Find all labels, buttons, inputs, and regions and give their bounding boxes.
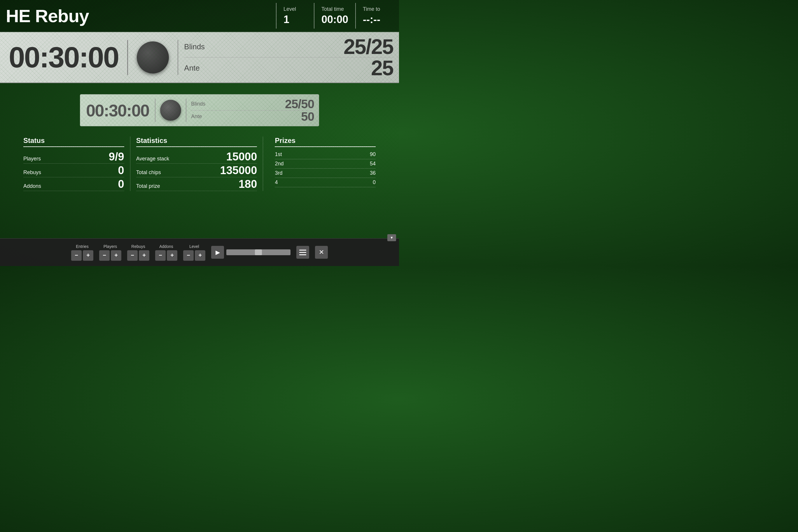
rebuys-ctrl-label: Rebuys <box>131 244 145 249</box>
players-buttons: − + <box>99 250 121 261</box>
addons-value: 0 <box>118 178 124 190</box>
blinds-row: Blinds 25/25 <box>184 36 393 57</box>
blinds-label: Blinds <box>184 42 205 51</box>
prize-amount: 0 <box>373 179 376 186</box>
next-ante-label: Ante <box>191 113 202 119</box>
players-row: Players 9/9 <box>23 150 124 164</box>
level-plus-button[interactable]: + <box>195 250 205 261</box>
prizes-list: 1st902nd543rd3640 <box>275 150 376 187</box>
prize-place: 1st <box>275 151 282 157</box>
addons-ctrl-label: Addons <box>159 244 173 249</box>
addons-minus-button[interactable]: − <box>155 250 166 261</box>
players-minus-button[interactable]: − <box>99 250 110 261</box>
status-column: Status Players 9/9 Rebuys 0 Addons 0 <box>23 136 130 191</box>
rebuys-plus-button[interactable]: + <box>139 250 149 261</box>
level-ctrl-label: Level <box>189 244 199 249</box>
total-chips-label: Total chips <box>136 169 161 176</box>
ante-label: Ante <box>184 63 200 73</box>
level-buttons: − + <box>183 250 205 261</box>
players-control: Players − + <box>99 244 121 261</box>
time-to-label: Time to <box>363 6 386 12</box>
level-minus-button[interactable]: − <box>183 250 194 261</box>
close-icon: ✕ <box>319 248 324 256</box>
level-label: Level <box>284 6 307 12</box>
rebuys-row: Rebuys 0 <box>23 164 124 177</box>
total-chips-value: 135000 <box>220 165 257 176</box>
rebuys-control: Rebuys − + <box>127 244 149 261</box>
prize-row: 40 <box>275 178 376 187</box>
ante-row: Ante 25 <box>184 57 393 78</box>
main-play-button[interactable] <box>137 41 169 74</box>
scroll-indicator: ▼ <box>387 234 396 241</box>
rebuys-value: 0 <box>118 165 124 176</box>
addons-buttons: − + <box>155 250 177 261</box>
avg-stack-row: Average stack 15000 <box>136 150 257 164</box>
next-blinds-value: 25/50 <box>285 98 314 110</box>
prize-amount: 90 <box>370 151 376 157</box>
play-pause-button[interactable]: ▶ <box>211 246 224 259</box>
progress-track[interactable] <box>226 249 290 255</box>
next-blinds-row: Blinds 25/50 <box>191 98 314 110</box>
next-blinds-section: Blinds 25/50 Ante 50 <box>186 96 319 125</box>
menu-icon-line1 <box>299 250 306 250</box>
next-level-panel: 00:30:00 Blinds 25/50 Ante 50 <box>80 94 319 126</box>
menu-button[interactable] <box>296 246 309 259</box>
prizes-column: Prizes 1st902nd543rd3640 <box>263 136 376 191</box>
playback-controls: ▶ <box>211 246 290 259</box>
entries-minus-button[interactable]: − <box>71 250 82 261</box>
timer-divider <box>127 40 128 75</box>
total-chips-row: Total chips 135000 <box>136 164 257 177</box>
prizes-header: Prizes <box>275 136 376 147</box>
next-play-button[interactable] <box>160 100 181 121</box>
prize-row: 2nd54 <box>275 159 376 169</box>
entries-buttons: − + <box>71 250 93 261</box>
prize-amount: 36 <box>370 170 376 176</box>
next-ante-value: 50 <box>301 111 314 123</box>
close-button[interactable]: ✕ <box>315 246 328 259</box>
menu-icon-line3 <box>299 254 306 255</box>
total-prize-label: Total prize <box>136 183 160 189</box>
progress-thumb <box>255 249 262 255</box>
players-value: 9/9 <box>109 151 124 162</box>
addons-row: Addons 0 <box>23 177 124 191</box>
rebuys-minus-button[interactable]: − <box>127 250 138 261</box>
prize-place: 4 <box>275 179 278 186</box>
avg-stack-value: 15000 <box>226 151 257 162</box>
addons-label: Addons <box>23 183 41 189</box>
prize-row: 1st90 <box>275 150 376 159</box>
next-divider <box>155 99 155 122</box>
prize-place: 3rd <box>275 170 282 176</box>
ante-value: 25 <box>371 57 393 78</box>
level-control: Level − + <box>183 244 205 261</box>
next-timer-display: 00:30:00 <box>80 101 155 120</box>
players-ctrl-label: Players <box>103 244 117 249</box>
total-prize-value: 180 <box>239 178 257 190</box>
main-timer-panel: 00:30:00 Blinds 25/25 Ante 25 <box>0 32 399 83</box>
avg-stack-label: Average stack <box>136 156 169 162</box>
blinds-value: 25/25 <box>344 36 393 57</box>
entries-control: Entries − + <box>71 244 93 261</box>
level-stat: Level 1 <box>276 3 314 28</box>
addons-plus-button[interactable]: + <box>167 250 177 261</box>
stats-section: Status Players 9/9 Rebuys 0 Addons 0 Sta… <box>0 134 399 194</box>
players-plus-button[interactable]: + <box>111 250 121 261</box>
addons-control: Addons − + <box>155 244 177 261</box>
entries-plus-button[interactable]: + <box>83 250 93 261</box>
prize-row: 3rd36 <box>275 169 376 178</box>
rebuys-label: Rebuys <box>23 169 41 176</box>
status-header: Status <box>23 136 124 147</box>
play-icon: ▶ <box>215 249 220 256</box>
blinds-section: Blinds 25/25 Ante 25 <box>178 33 399 81</box>
entries-label: Entries <box>76 244 89 249</box>
menu-icon-line2 <box>299 252 306 253</box>
statistics-header: Statistics <box>136 136 257 147</box>
main-timer-display: 00:30:00 <box>0 40 127 74</box>
rebuys-buttons: − + <box>127 250 149 261</box>
control-bar: ▼ Entries − + Players − + Rebuys − + Add… <box>0 238 399 266</box>
prize-place: 2nd <box>275 161 284 167</box>
chevron-down-icon: ▼ <box>390 236 394 240</box>
total-time-stat: Total time 00:00 <box>314 3 355 28</box>
prize-amount: 54 <box>370 161 376 167</box>
time-to-value: --:-- <box>363 14 386 26</box>
time-to-stat: Time to --:-- <box>355 3 393 28</box>
